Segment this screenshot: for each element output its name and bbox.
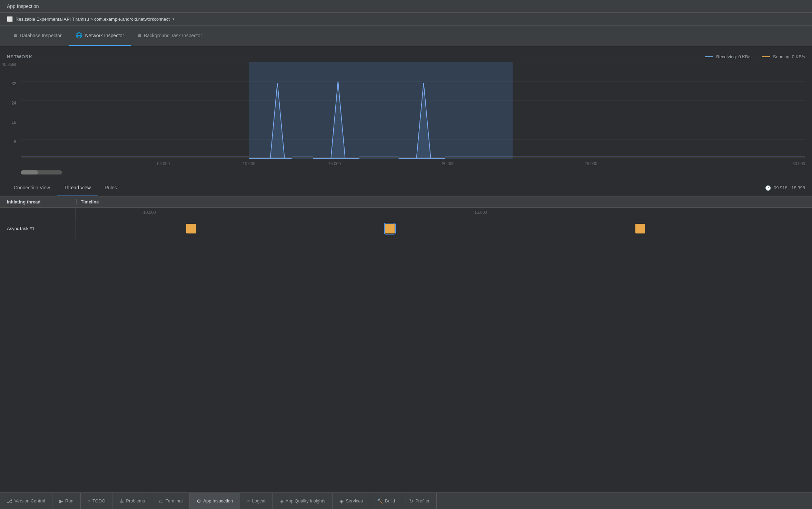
tab-rules[interactable]: Rules [98,179,124,196]
toolbar-run[interactable]: ▶ Run [52,493,81,509]
time-tick-15: 15.000 [328,161,341,166]
task-block-3[interactable] [635,224,645,233]
th-timeline: 10.000 15.000 [76,208,812,218]
network-chart-svg [21,62,805,159]
services-label: Services [346,498,363,503]
cell-timeline [76,218,812,239]
version-control-icon: ⎇ [7,498,12,504]
problems-icon: ⚠ [119,498,124,504]
legend-receiving-label: Receiving: 0 KB/s [716,54,752,59]
title-label: App Inspection [7,3,39,9]
thread-name: AsyncTask #1 [7,226,34,231]
toolbar-services[interactable]: ◉ Services [333,493,370,509]
todo-icon: ≡ [88,498,90,504]
build-icon: 🔨 [377,498,383,504]
legend-sending-line [762,56,770,57]
app-quality-label: App Quality Insights [286,498,326,503]
y-label-8: 8 [2,139,16,144]
scrollbar-area[interactable] [21,169,805,176]
y-label-32: 32 [2,81,16,86]
separator [0,46,812,49]
problems-label: Problems [126,498,145,503]
network-area: NETWORK Receiving: 0 KB/s Sending: 0 KB/… [0,49,812,179]
y-label-40: 40 KB/s [2,62,16,67]
task-block-1[interactable] [186,224,196,233]
network-header: NETWORK Receiving: 0 KB/s Sending: 0 KB/… [0,54,812,59]
device-dropdown-arrow[interactable]: ▾ [172,17,175,21]
tab-database-inspector[interactable]: ≡ Database Inspector [7,26,69,46]
device-label: Resizable Experimental API Tiramisu > co… [16,17,170,22]
tab-thread-view[interactable]: Thread View [57,179,98,196]
inspector-tabs: ≡ Database Inspector 🌐 Network Inspector… [0,26,812,46]
version-control-label: Version Control [14,498,45,503]
background-inspector-icon: ≡ [138,32,141,39]
toolbar-app-quality[interactable]: ◈ App Quality Insights [273,493,333,509]
services-icon: ◉ [339,498,344,504]
y-label-24: 24 [2,101,16,106]
tab-network-inspector[interactable]: 🌐 Network Inspector [69,26,131,46]
timeline-marker-15: 15.000 [474,210,487,215]
network-inspector-label: Network Inspector [85,33,124,38]
time-axis: 05.000 10.000 15.000 20.000 25.000 30.00… [21,159,805,169]
todo-label: TODO [92,498,105,503]
background-inspector-label: Background Task Inspector [144,33,202,38]
device-icon: ⬜ [7,16,13,22]
app-inspection-label: App Inspection [203,498,233,503]
col-header-timeline: Timeline [77,199,812,204]
app-inspection-icon: ⚙ [197,498,201,504]
timeline-marker-10: 10.000 [143,210,156,215]
timeline-header-row: 10.000 15.000 [0,208,812,218]
tab-background-task-inspector[interactable]: ≡ Background Task Inspector [131,26,209,46]
scrollbar-thumb[interactable] [21,170,38,174]
toolbar-terminal[interactable]: ▭ Terminal [152,493,190,509]
time-tick-20: 20.000 [442,161,455,166]
clock-icon: 🕐 [765,185,771,191]
legend-receiving: Receiving: 0 KB/s [705,54,752,59]
database-inspector-label: Database Inspector [20,33,61,38]
toolbar-todo[interactable]: ≡ TODO [81,493,113,509]
col-header-thread: Initiating thread [0,199,76,204]
legend-receiving-line [705,56,713,57]
scrollbar-track[interactable] [21,170,62,174]
time-range-label: 09.918 - 18.398 [774,185,805,190]
toolbar-logcat[interactable]: ≡ Logcat [240,493,273,509]
legend-sending-label: Sending: 0 KB/s [773,54,805,59]
tab-connection-view[interactable]: Connection View [7,179,57,196]
table-row: AsyncTask #1 [0,218,812,239]
legend-sending: Sending: 0 KB/s [762,54,805,59]
run-icon: ▶ [59,498,63,504]
chart-legend: Receiving: 0 KB/s Sending: 0 KB/s [705,54,805,59]
table-header: Initiating thread Timeline [0,197,812,208]
time-range-display: 🕐 09.918 - 18.398 [765,185,805,191]
network-title: NETWORK [7,54,32,59]
toolbar-version-control[interactable]: ⎇ Version Control [0,493,52,509]
toolbar-profiler[interactable]: ↻ Profiler [402,493,437,509]
network-inspector-icon: 🌐 [76,32,82,39]
y-label-16: 16 [2,120,16,125]
profiler-label: Profiler [415,498,429,503]
build-label: Build [385,498,395,503]
app-quality-icon: ◈ [280,498,284,504]
title-bar: App Inspection [0,0,812,13]
chart-selection-region [249,62,513,159]
run-label: Run [65,498,73,503]
time-tick-5: 05.000 [157,161,170,166]
toolbar-problems[interactable]: ⚠ Problems [112,493,152,509]
thread-view-label: Thread View [64,185,91,190]
logcat-label: Logcat [252,498,265,503]
terminal-icon: ▭ [159,498,164,504]
device-bar[interactable]: ⬜ Resizable Experimental API Tiramisu > … [0,13,812,26]
toolbar-build[interactable]: 🔨 Build [370,493,402,509]
table-body: AsyncTask #1 [0,218,812,492]
toolbar-app-inspection[interactable]: ⚙ App Inspection [190,493,240,509]
task-block-2-selected[interactable] [385,224,395,233]
bottom-toolbar: ⎇ Version Control ▶ Run ≡ TODO ⚠ Problem… [0,492,812,509]
rules-label: Rules [105,185,117,190]
view-tabs: Connection View Thread View Rules 🕐 09.9… [0,179,812,197]
logcat-icon: ≡ [247,498,250,504]
time-tick-25: 25.000 [585,161,597,166]
time-tick-30: 30.000 [792,161,805,166]
connection-view-label: Connection View [14,185,50,190]
terminal-label: Terminal [166,498,182,503]
profiler-icon: ↻ [409,498,413,504]
